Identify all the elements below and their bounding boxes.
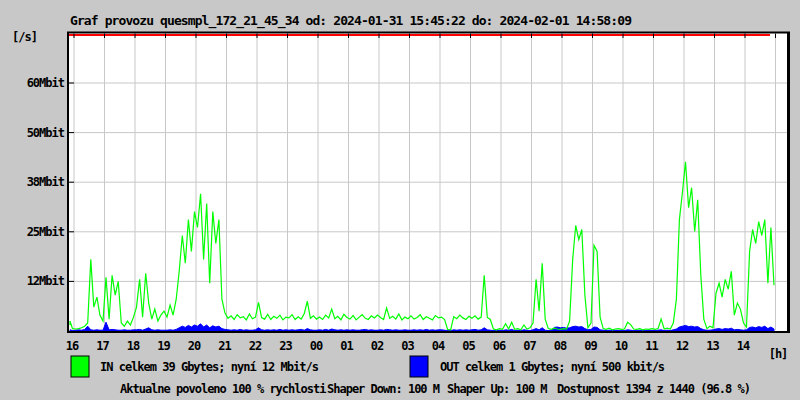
x-tick-label: 09 — [584, 339, 597, 353]
legend-in-label: IN celkem 39 Gbytes; nyní 12 Mbit/s — [100, 360, 319, 374]
status-shaper-up: Shaper Up: 100 M — [447, 382, 547, 396]
y-tick-label: 50Mbit — [27, 126, 65, 140]
traffic-graph: Graf provozu quesmpl_172_21_45_34 od: 20… — [0, 0, 800, 400]
legend-in-swatch — [71, 356, 89, 377]
graph-title: Graf provozu quesmpl_172_21_45_34 od: 20… — [70, 13, 631, 29]
x-tick-label: 11 — [645, 339, 658, 353]
x-tick-label: 10 — [615, 339, 628, 353]
y-tick-label: 12Mbit — [27, 274, 65, 288]
y-tick-label: 38Mbit — [27, 175, 65, 189]
x-tick-label: 02 — [371, 339, 384, 353]
y-tick-label: 60Mbit — [27, 76, 65, 90]
x-tick-label: 20 — [188, 339, 201, 353]
y-axis-unit-label: [/s] — [12, 30, 37, 44]
legend-out-label: OUT celkem 1 Gbytes; nyní 500 kbit/s — [440, 360, 665, 374]
x-axis-tick-labels: 1617181920212223000102030405060708091011… — [66, 339, 750, 353]
x-axis-unit-label: [h] — [769, 347, 788, 361]
x-tick-label: 04 — [432, 339, 445, 353]
x-tick-label: 08 — [554, 339, 567, 353]
x-tick-label: 05 — [462, 339, 475, 353]
x-tick-label: 07 — [523, 339, 536, 353]
x-tick-label: 00 — [310, 339, 323, 353]
x-tick-label: 13 — [706, 339, 719, 353]
x-tick-label: 16 — [66, 339, 79, 353]
x-tick-label: 18 — [127, 339, 140, 353]
x-tick-label: 14 — [737, 339, 750, 353]
x-tick-label: 21 — [218, 339, 231, 353]
traffic-graph-page: Graf provozu quesmpl_172_21_45_34 od: 20… — [0, 0, 800, 400]
x-tick-label: 17 — [96, 339, 109, 353]
status-allowed-speed: Aktualne povoleno 100 % rychlosti — [120, 382, 326, 396]
x-tick-label: 06 — [493, 339, 506, 353]
x-tick-label: 19 — [157, 339, 170, 353]
legend-out-swatch — [410, 356, 428, 377]
x-tick-label: 03 — [401, 339, 414, 353]
status-availability: Dostupnost 1394 z 1440 (96.8 %) — [557, 382, 750, 396]
status-shaper-down: Shaper Down: 100 M — [327, 382, 440, 396]
x-tick-label: 01 — [340, 339, 353, 353]
x-tick-label: 23 — [279, 339, 292, 353]
x-tick-label: 12 — [676, 339, 689, 353]
y-tick-label: 25Mbit — [27, 225, 65, 239]
x-tick-label: 22 — [249, 339, 262, 353]
